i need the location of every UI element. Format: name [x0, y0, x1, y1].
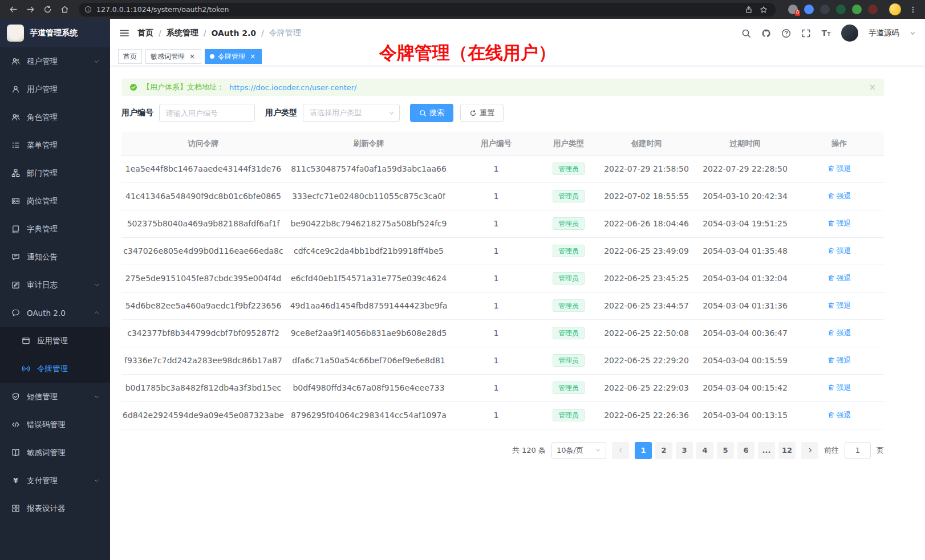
- user-id-input[interactable]: [159, 104, 255, 122]
- view-tab-1[interactable]: 敏感词管理×: [145, 49, 201, 64]
- sidebar-item-post[interactable]: 岗位管理: [0, 187, 110, 215]
- alert-close-icon[interactable]: ×: [869, 82, 876, 92]
- force-logout-button[interactable]: 强退: [827, 410, 851, 420]
- sidebar-item-error-code[interactable]: 错误码管理: [0, 411, 110, 439]
- username[interactable]: 芋道源码: [869, 28, 899, 38]
- view-tab-2[interactable]: 令牌管理×: [205, 49, 262, 64]
- breadcrumb-item[interactable]: OAuth 2.0: [211, 29, 256, 38]
- user-type-placeholder: 请选择用户类型: [310, 108, 362, 118]
- force-logout-button[interactable]: 强退: [827, 164, 851, 174]
- access-token-cell: 502375b8040a469a9b82188afdf6af1f: [121, 210, 285, 237]
- view-tab-0[interactable]: 首页: [118, 49, 142, 64]
- sidebar-item-report[interactable]: 报表设计器: [0, 494, 110, 522]
- user-type-badge: 管理员: [553, 354, 585, 367]
- font-size-icon[interactable]: TT: [821, 29, 831, 38]
- sidebar-item-sensitive-word[interactable]: 敏感词管理: [0, 439, 110, 466]
- goto-page-input[interactable]: [845, 442, 871, 459]
- sidebar-item-oauth2-app[interactable]: 应用管理: [0, 327, 110, 355]
- expire-time-cell: 2054-03-04 00:15:59: [696, 347, 794, 374]
- help-icon[interactable]: [781, 29, 791, 38]
- sidebar-item-dict[interactable]: 字典管理: [0, 215, 110, 243]
- svg-text:¥: ¥: [13, 477, 18, 485]
- reset-button-label: 重置: [480, 108, 494, 118]
- breadcrumb-item[interactable]: 系统管理: [167, 28, 198, 38]
- github-icon[interactable]: [761, 29, 771, 38]
- chevron-down-icon[interactable]: [910, 30, 916, 36]
- user-icon: [11, 85, 20, 94]
- table-row: c347026e805e4d99b0d116eae66eda8ccdfc4ce9…: [121, 237, 884, 265]
- extension-icon-0[interactable]: 0: [788, 5, 798, 14]
- user-avatar[interactable]: [841, 25, 858, 42]
- user-id-cell: 1: [452, 401, 540, 429]
- sidebar-toggle-icon[interactable]: [119, 28, 129, 38]
- force-logout-button[interactable]: 强退: [827, 355, 851, 366]
- sidebar-item-oauth2[interactable]: OAuth 2.0: [0, 299, 110, 327]
- force-logout-button[interactable]: 强退: [827, 246, 851, 256]
- extension-icon-2[interactable]: [820, 5, 830, 14]
- report-icon: [11, 504, 20, 513]
- column-header: 访问令牌: [121, 132, 285, 155]
- force-logout-button[interactable]: 强退: [827, 301, 851, 311]
- fullscreen-icon[interactable]: [801, 29, 811, 38]
- breadcrumb-item[interactable]: 首页: [137, 28, 153, 38]
- force-logout-button[interactable]: 强退: [827, 328, 851, 338]
- extension-icon-4[interactable]: [852, 5, 862, 14]
- extension-icon-5[interactable]: [868, 5, 878, 14]
- doc-link[interactable]: https://doc.iocoder.cn/user-center/: [229, 83, 356, 92]
- search-button[interactable]: 搜索: [410, 104, 453, 122]
- sidebar-item-audit-log[interactable]: 审计日志: [0, 271, 110, 299]
- page-button-1[interactable]: 1: [635, 442, 652, 459]
- trash-icon: [827, 192, 835, 200]
- sidebar-item-role[interactable]: 角色管理: [0, 103, 110, 131]
- bookmark-star-icon[interactable]: [760, 6, 768, 14]
- search-icon[interactable]: [741, 29, 751, 38]
- tab-close-icon[interactable]: ×: [249, 52, 257, 60]
- browser-forward-icon[interactable]: [23, 3, 38, 17]
- breadcrumb-item[interactable]: 令牌管理: [269, 28, 301, 38]
- browser-menu-icon[interactable]: [907, 6, 919, 14]
- user-id-cell: 1: [452, 210, 540, 237]
- page-button-3[interactable]: 3: [676, 442, 693, 459]
- page-button-5[interactable]: 5: [717, 442, 734, 459]
- sensitive-word-icon: [11, 448, 20, 457]
- app-logo[interactable]: 芋道管理系统: [0, 19, 110, 47]
- page-button-2[interactable]: 2: [655, 442, 672, 459]
- browser-back-icon[interactable]: [6, 3, 21, 17]
- force-logout-button[interactable]: 强退: [827, 191, 851, 201]
- site-info-icon[interactable]: [84, 6, 92, 13]
- prev-page-button[interactable]: [612, 442, 629, 459]
- trash-icon: [827, 274, 835, 282]
- svg-text:T: T: [827, 31, 830, 37]
- sidebar-item-oauth2-token[interactable]: 令牌管理: [0, 355, 110, 383]
- page-size-select[interactable]: 10条/页: [551, 442, 606, 459]
- page-button-12[interactable]: 12: [778, 442, 796, 459]
- share-icon[interactable]: [745, 6, 753, 14]
- page-button-4[interactable]: 4: [696, 442, 713, 459]
- sidebar-item-pay[interactable]: ¥支付管理: [0, 466, 110, 494]
- page-button-6[interactable]: 6: [737, 442, 754, 459]
- sidebar-item-tenant[interactable]: 租户管理: [0, 47, 110, 75]
- extension-icon-3[interactable]: [836, 5, 846, 14]
- browser-refresh-icon[interactable]: [40, 3, 55, 17]
- sidebar-item-notice[interactable]: 通知公告: [0, 243, 110, 271]
- sidebar-item-sms[interactable]: 短信管理: [0, 383, 110, 411]
- chevron-up-icon: [94, 310, 100, 316]
- address-bar[interactable]: 127.0.0.1:1024/system/oauth2/token: [79, 3, 776, 17]
- extension-icon-1[interactable]: [804, 5, 814, 14]
- browser-profile-avatar[interactable]: [889, 3, 901, 15]
- sidebar-item-menu[interactable]: 菜单管理: [0, 131, 110, 159]
- reset-button[interactable]: 重置: [460, 104, 504, 122]
- user-type-select[interactable]: 请选择用户类型: [303, 104, 400, 122]
- force-logout-button[interactable]: 强退: [827, 273, 851, 283]
- svg-text:T: T: [822, 29, 827, 38]
- tab-close-icon[interactable]: ×: [188, 52, 196, 60]
- force-logout-button[interactable]: 强退: [827, 383, 851, 393]
- next-page-button[interactable]: [801, 442, 818, 459]
- browser-home-icon[interactable]: [57, 3, 72, 17]
- force-logout-button[interactable]: 强退: [827, 218, 851, 229]
- sidebar-item-user[interactable]: 用户管理: [0, 75, 110, 103]
- sidebar-item-label: 支付管理: [27, 476, 58, 486]
- pagination-total: 共 120 条: [512, 445, 546, 456]
- sidebar-item-dept[interactable]: 部门管理: [0, 159, 110, 187]
- page-ellipsis[interactable]: ...: [758, 442, 775, 459]
